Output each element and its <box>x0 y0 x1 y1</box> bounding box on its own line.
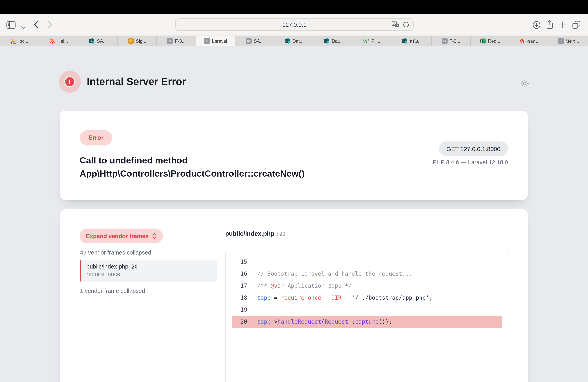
tab-dat-2[interactable]: S Dat... <box>314 36 353 46</box>
line-number: 20 <box>226 319 247 325</box>
vendor-frame-collapsed-note: 1 vendor frame collapsed <box>80 288 145 294</box>
tab-label: บึงเว... <box>566 37 579 45</box>
tab-hel[interactable]: Hel... <box>39 36 78 46</box>
vendor-frames-collapsed-note: 49 vendor frames collapsed <box>80 249 151 256</box>
code-snippet[interactable]: 15 16 // Bootstrap Laravel and handle th… <box>225 250 508 382</box>
share-button[interactable] <box>546 20 554 31</box>
browser-window: 127.0.0.1 A <box>0 0 588 382</box>
reload-button[interactable] <box>403 21 410 29</box>
stack-trace-card: Expand vendor frames 49 vendor frames co… <box>60 209 528 382</box>
svg-text:S: S <box>90 39 92 42</box>
code-line-ref: :20 <box>276 231 285 237</box>
sharepoint-icon: S <box>324 38 330 44</box>
phpmyadmin-icon: PMA <box>11 38 17 44</box>
tab-label: F-3... <box>175 38 186 43</box>
tab-loc[interactable]: PMA loc... <box>0 36 39 46</box>
toolbar-divider <box>18 21 18 28</box>
tab-sa-2[interactable]: M SA... <box>235 36 274 46</box>
new-tab-button[interactable] <box>558 21 566 30</box>
address-bar[interactable]: 127.0.0.1 A <box>175 18 414 31</box>
code-file-header: public/index.php:20 <box>225 230 285 237</box>
sharepoint-icon: S <box>284 38 290 44</box>
line-number: 19 <box>226 306 247 313</box>
request-method-badge: GET 127.0.0.1:8000 <box>439 141 508 156</box>
exclamation-icon: ! <box>64 76 75 87</box>
tab-laravel-active[interactable]: 1 Laravel <box>196 36 235 46</box>
sharepoint-icon: S <box>89 38 95 44</box>
line-number: 18 <box>226 294 247 301</box>
tab-label: Req... <box>488 38 500 43</box>
svg-text:X: X <box>481 39 483 42</box>
line-number: 17 <box>226 283 247 289</box>
gray-m-icon: M <box>246 38 252 44</box>
tab-nang[interactable]: S หนัง... <box>392 36 431 46</box>
downloads-button[interactable] <box>532 21 541 31</box>
stack-frame-item[interactable]: public/index.php:20 require_once <box>80 260 217 282</box>
expand-vendor-frames-button[interactable]: Expand vendor frames <box>80 229 163 243</box>
error-summary-card: Error Call to undefined method App\Http\… <box>60 111 528 200</box>
top-black-bar <box>0 0 588 14</box>
code-line-16: 16 // Bootstrap Laravel and handle the r… <box>226 268 508 280</box>
code-line-18: 18 $app = require_once __DIR__.'/../boot… <box>226 292 508 304</box>
numeral-1-favicon: 1 <box>204 38 210 44</box>
code-line-20-highlighted: 20 $app->handleRequest(Request::capture(… <box>226 316 508 328</box>
frame-function-name: require_once <box>86 271 217 277</box>
tab-sig[interactable]: Sig... <box>118 36 157 46</box>
svg-text:3: 3 <box>368 38 369 41</box>
tab-dat-1[interactable]: S Dat... <box>274 36 314 46</box>
code-line-19: 19 <box>226 304 508 316</box>
forward-button[interactable] <box>48 21 52 30</box>
svg-text:S: S <box>325 39 327 42</box>
browser-toolbar: 127.0.0.1 A <box>0 14 588 36</box>
tab-label: loc... <box>19 38 28 43</box>
tab-dok[interactable]: ดอก... <box>510 36 549 46</box>
tab-overview-button[interactable] <box>572 20 581 31</box>
sidebar-chevron-down-icon[interactable] <box>21 24 26 31</box>
translate-icon[interactable]: A <box>392 21 399 29</box>
svg-text:S: S <box>403 39 404 42</box>
w3schools-icon: W3 <box>363 38 369 44</box>
tab-label: Laravel <box>212 38 227 43</box>
tab-label: SA... <box>97 38 107 43</box>
tab-ph[interactable]: W3 PH... <box>353 36 392 46</box>
excel-icon: X <box>480 38 486 44</box>
svg-text:W: W <box>363 38 368 43</box>
tab-label: F-3... <box>450 38 461 43</box>
tab-bueng[interactable]: G บึงเว... <box>549 36 588 46</box>
error-status-icon: ! <box>59 71 81 93</box>
error-message-line2: App\Http\Controllers\ProductController::… <box>80 167 305 180</box>
theme-toggle-sun-icon[interactable] <box>520 79 530 90</box>
tab-f3-1[interactable]: S F-3... <box>157 36 196 46</box>
page-title: Internal Server Error <box>87 76 186 88</box>
tab-sa-1[interactable]: S SA... <box>78 36 118 46</box>
back-button[interactable] <box>34 21 38 30</box>
line-number: 15 <box>226 259 247 265</box>
code-line-15: 15 <box>226 256 508 268</box>
line-number: 16 <box>226 270 247 277</box>
expand-button-label: Expand vendor frames <box>86 233 148 239</box>
laravel-logo-icon <box>49 38 55 44</box>
url-text: 127.0.0.1 <box>282 21 307 28</box>
tab-bar: PMA loc... Hel... S SA... Sig... S F-3..… <box>0 36 588 46</box>
tab-label: SA... <box>254 38 264 43</box>
tab-label: PH... <box>371 38 382 43</box>
tab-req[interactable]: X Req... <box>471 36 510 46</box>
tab-label: Dat... <box>332 38 343 43</box>
sharepoint-icon: S <box>402 38 408 44</box>
frame-file-path: public/index.php:20 <box>86 263 217 270</box>
environment-versions: PHP 8.4.6 — Laravel 12.18.0 <box>433 159 508 165</box>
tab-label: หนัง... <box>410 37 422 45</box>
tab-label: Hel... <box>57 38 68 43</box>
svg-text:PMA: PMA <box>11 42 16 44</box>
code-file-name: public/index.php <box>225 230 274 237</box>
svg-text:S: S <box>286 39 287 42</box>
error-type-badge: Error <box>80 130 112 145</box>
gray-s-icon: S <box>167 38 173 44</box>
error-message-line1: Call to undefined method <box>80 154 305 167</box>
sidebar-toggle-button[interactable] <box>6 21 16 30</box>
svg-text:A: A <box>393 22 395 25</box>
tab-f3-2[interactable]: S F-3... <box>431 36 471 46</box>
code-line-17: 17 /** @var Application $app */ <box>226 280 508 292</box>
expand-chevrons-icon <box>152 233 157 239</box>
laravel-error-page: ! Internal Server Error Error Call to un… <box>0 46 588 382</box>
